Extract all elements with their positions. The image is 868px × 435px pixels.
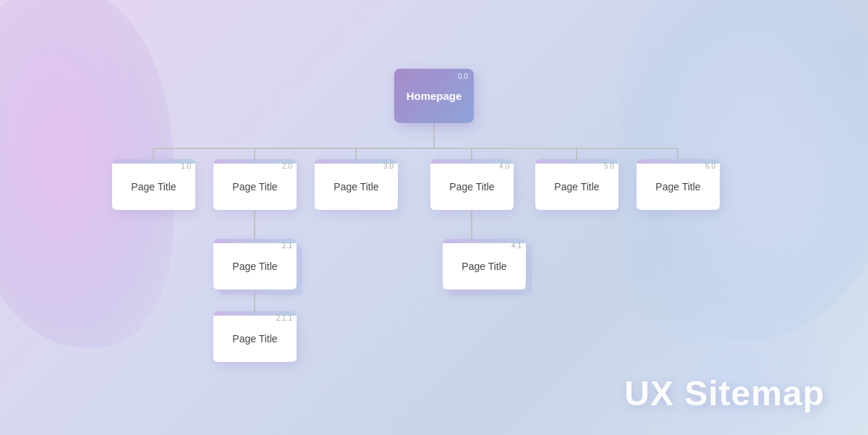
- node-1-0-label: Page Title: [112, 164, 195, 210]
- node-4-1-id: 4.1: [511, 242, 522, 250]
- node-4-1-wrapper: 4.1 Page Title: [443, 239, 526, 290]
- ux-sitemap-title: UX Sitemap: [624, 373, 825, 413]
- node-4-0[interactable]: 4.0 Page Title: [430, 159, 514, 210]
- node-4-0-label: Page Title: [430, 164, 514, 210]
- node-3-0[interactable]: 3.0 Page Title: [315, 159, 398, 210]
- node-2-1[interactable]: 2.1 Page Title: [213, 239, 297, 290]
- node-2-1-label: Page Title: [213, 243, 297, 290]
- homepage-label: Homepage: [407, 90, 462, 102]
- homepage-id: 0.0: [458, 72, 468, 80]
- node-2-1-1-label: Page Title: [213, 316, 297, 362]
- node-5-0-label: Page Title: [535, 164, 618, 210]
- node-2-0-label: Page Title: [213, 164, 297, 210]
- node-6-0-label: Page Title: [637, 164, 720, 210]
- node-3-0-label: Page Title: [315, 164, 398, 210]
- node-2-1-1[interactable]: 2.1.1 Page Title: [213, 311, 297, 362]
- node-2-0-id: 2.0: [282, 162, 292, 170]
- node-2-0[interactable]: 2.0 Page Title: [213, 159, 297, 210]
- node-2-1-1-id: 2.1.1: [276, 314, 292, 322]
- node-4-1[interactable]: 4.1 Page Title: [443, 239, 526, 290]
- sitemap-canvas: 0.0 Homepage 1.0 Page Title 2.0 Page Tit…: [0, 0, 868, 435]
- node-6-0[interactable]: 6.0 Page Title: [637, 159, 720, 210]
- node-2-1-wrapper: 2.1 Page Title: [213, 239, 297, 290]
- homepage-node[interactable]: 0.0 Homepage: [394, 69, 474, 123]
- node-2-1-id: 2.1: [282, 242, 292, 250]
- node-4-0-id: 4.0: [499, 162, 509, 170]
- node-1-0[interactable]: 1.0 Page Title: [112, 159, 195, 210]
- node-5-0-id: 5.0: [604, 162, 614, 170]
- node-1-0-id: 1.0: [181, 162, 191, 170]
- node-3-0-id: 3.0: [383, 162, 393, 170]
- node-5-0[interactable]: 5.0 Page Title: [535, 159, 618, 210]
- node-6-0-id: 6.0: [705, 162, 715, 170]
- node-4-1-label: Page Title: [443, 243, 526, 290]
